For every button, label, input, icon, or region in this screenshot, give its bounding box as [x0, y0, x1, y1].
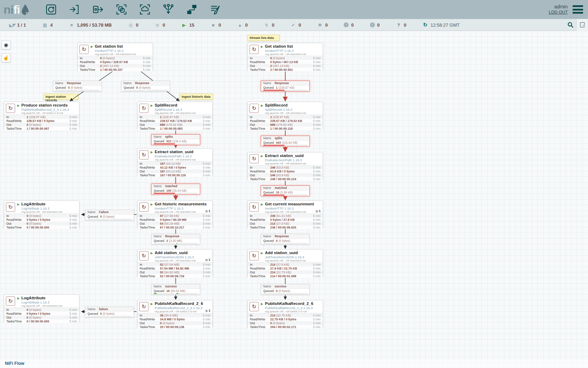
stat-window: 5 min: [69, 222, 77, 225]
processor-logattribute[interactable]: ↻▶LogAttributeLogAttribute 1.16.3org.apa…: [4, 294, 79, 322]
connection-label-failure[interactable]: NamefailureQueued0(0 bytes): [85, 307, 134, 318]
stale-icon: ↑: [344, 22, 349, 27]
connection-label-response[interactable]: NameResponseQueued1(228.57 KB): [261, 81, 310, 91]
stat-row: Tasks/Time204 / 00:00:02.1715 min: [248, 325, 323, 329]
stat-row: Out0 (0 bytes)5 min: [138, 321, 212, 325]
panel-toggle-button[interactable]: [576, 19, 588, 31]
operate-palette-button[interactable]: ☝: [1, 53, 10, 62]
stat-label: Read/Write: [6, 312, 27, 315]
processor-splitrecord[interactable]: ↻▶SplitRecordSplitRecord 1.16.3org.apach…: [247, 102, 323, 130]
stat-row: Tasks/Time214 / 00:00:01.0985 min: [248, 274, 323, 278]
global-menu-icon[interactable]: [573, 5, 583, 14]
stat-row: Read/Write57.04 MB / 84.82 MB5 min: [138, 266, 212, 270]
backpressure-bars: [88, 219, 132, 220]
stat-label: In: [250, 263, 270, 266]
navigate-palette-button[interactable]: ◉: [1, 40, 10, 49]
remote-process-group-tool[interactable]: [138, 3, 152, 16]
connection-label-splits[interactable]: NamesplitsQueued522(136.4 KB): [151, 134, 200, 145]
processor-publishkafkarecord-2-6[interactable]: ↻▶PublishKafkaRecord_2_6PublishKafkaReco…: [137, 300, 213, 328]
process-group-tool[interactable]: [115, 3, 128, 16]
stat-label: In: [250, 115, 270, 119]
stat-row: In67 (17.69 KB)5 min: [138, 214, 212, 218]
processor-type-icon: ↻: [139, 150, 148, 159]
processor-splitrecord[interactable]: ↻▶SplitRecordSplitRecord 1.16.3org.apach…: [137, 102, 213, 130]
processor-get-station-list[interactable]: ↻▶Get station listInvokeHTTP 1.16.3org.a…: [247, 43, 323, 71]
up-to-date-icon: ✔: [290, 22, 296, 28]
status-value: 0: [272, 22, 274, 28]
stat-window: 5 min: [313, 263, 321, 266]
stat-row: In0 (0 bytes)5 min: [4, 214, 79, 218]
connection-label-matched[interactable]: NamematchedQueued100(25.43 KB): [151, 184, 200, 195]
processor-add-station-uuid[interactable]: ↻▶Add station_uuidJoltTransformJSON 1.16…: [247, 249, 323, 277]
connection-label-response[interactable]: NameResponseQueued0(0 bytes): [53, 81, 102, 91]
stat-window: 5 min: [143, 68, 150, 71]
stat-row: Out214 (27.8 KB)5 min: [248, 222, 323, 225]
processor-add-station-uuid[interactable]: ↻▶Add station_uuidJoltTransformJSON 1.16…: [137, 249, 213, 277]
processor-type: PublishKafkaRecord_2_6 1.16.3: [21, 108, 78, 111]
connection-label-success[interactable]: NamesuccessQueued0(0 bytes): [261, 284, 310, 295]
stat-value: 689 (179.52 KB): [160, 123, 201, 127]
template-tool[interactable]: [185, 3, 198, 16]
connection-name-row: Namematched: [261, 186, 309, 190]
stat-row: In0 (0 bytes)5 min: [4, 308, 79, 312]
processor-get-historic-measurements[interactable]: ↻▶Get historic measurementsInvokeHTTP 1.…: [137, 200, 213, 229]
connection-name-row: NameResponse: [152, 234, 200, 239]
processor-extract-station-uuid[interactable]: ↻▶Extract station_uuidEvaluateJsonPath 1…: [137, 148, 213, 176]
connection-label-response[interactable]: NameResponseQueued2(3.25 MB): [151, 234, 200, 245]
stat-row: Out0 (0 bytes)5 min: [4, 315, 79, 319]
processor-type-icon: ↻: [6, 104, 15, 113]
stat-label: In: [250, 166, 270, 169]
connection-label-response[interactable]: NameResponseQueued0(0 bytes): [261, 234, 310, 245]
processor-name: Get station list: [95, 44, 151, 49]
output-port-tool[interactable]: [91, 3, 105, 16]
stat-row: Read/Write0 bytes / 457.13 KB5 min: [248, 60, 323, 64]
stat-label: Read/Write: [250, 119, 270, 123]
processor-publishkafkarecord-2-6[interactable]: ↻▶PublishKafkaRecord_2_6PublishKafkaReco…: [247, 300, 323, 328]
processor-logattribute[interactable]: ↻▶LogAttributeLogAttribute 1.16.3org.apa…: [4, 200, 79, 229]
processor-header: ↻▶Add station_uuidJoltTransformJSON 1.16…: [138, 250, 212, 262]
processor-extract-station-uuid[interactable]: ↻▶Extract station_uuidEvaluateJsonPath 1…: [247, 152, 323, 180]
processor-type: SplitRecord 1.16.3: [155, 108, 211, 111]
stat-value: 167 (43.12 KB): [160, 170, 201, 173]
stat-row: Read/Write34.8 MB / 0 bytes5 min: [138, 317, 212, 321]
processor-type: InvokeHTTP 1.16.3: [155, 206, 211, 210]
stat-row: Tasks/Time52 / 00:00:06.7195 min: [138, 274, 212, 278]
stat-row: In167 (43.12 KB)5 min: [138, 162, 212, 165]
breadcrumb[interactable]: NiFi Flow: [5, 361, 24, 366]
connection-label-failure[interactable]: NameFailureQueued0(0 bytes): [85, 210, 134, 220]
connection-label-response[interactable]: NameResponseQueued0(0 bytes): [121, 81, 170, 91]
label-tool[interactable]: [209, 3, 222, 16]
active-threads-badge: ▦1: [205, 209, 210, 213]
funnel-tool[interactable]: [162, 3, 175, 16]
refresh-status[interactable]: ↻ 12:58:27 GMT: [422, 22, 460, 28]
processor-type: PublishKafkaRecord_2_6 1.16.3: [265, 306, 321, 310]
processor-header: ↻▶Get station listInvokeHTTP 1.16.3org.a…: [248, 43, 323, 56]
processor-tool[interactable]: [44, 3, 58, 16]
processor-produce-station-records[interactable]: ↻▶Produce station recordsPublishKafkaRec…: [4, 102, 79, 130]
processor-get-station-list[interactable]: ↻▶Get station listInvokeHTTP 1.16.3org.a…: [77, 43, 153, 71]
stat-value: 236 / 00:00:09.925: [270, 226, 312, 229]
processor-type: PublishKafkaRecord_2_6 1.16.3: [155, 306, 211, 310]
input-port-tool[interactable]: [68, 3, 81, 16]
connection-label-success[interactable]: NamesuccessQueued16(50.03 MB): [151, 284, 200, 295]
stat-label: In: [140, 314, 160, 317]
connection-label-matched[interactable]: NamematchedQueued10(2.59 KB): [261, 185, 310, 196]
stat-window: 5 min: [203, 325, 210, 329]
output-port-icon: [92, 4, 104, 15]
processor-stats: In0 (0 bytes)5 minRead/Write0 bytes / 0 …: [4, 213, 79, 229]
connection-label-splits[interactable]: NamesplitsQueued443(115.62 KB): [261, 136, 310, 146]
processor-name: SplitRecord: [155, 103, 211, 108]
stat-row: Tasks/Time236 / 00:00:09.9255 min: [248, 225, 323, 229]
processor-get-current-measurement[interactable]: ↻▶Get current measurementInvokeHTTP 1.16…: [247, 200, 323, 229]
stat-value: 246 / 00:00:00.219: [270, 177, 312, 181]
flow-canvas[interactable]: Ingest station recordsIngest historic da…: [0, 31, 588, 368]
stat-row: Tasks/Time2 / 00:00:00.5015 min: [248, 68, 323, 71]
logout-link[interactable]: LOG OUT: [549, 9, 568, 15]
stat-row: In246 (63.9 KB)5 min: [248, 165, 323, 169]
connection-name-row: NameResponse: [53, 81, 102, 86]
stat-label: Tasks/Time: [250, 177, 270, 181]
stat-value: 52 (84.82 MB): [160, 271, 201, 274]
stat-window: 5 min: [313, 119, 321, 123]
search-button[interactable]: [565, 19, 576, 31]
connection-queued-row: Queued0(0 bytes): [261, 289, 309, 294]
